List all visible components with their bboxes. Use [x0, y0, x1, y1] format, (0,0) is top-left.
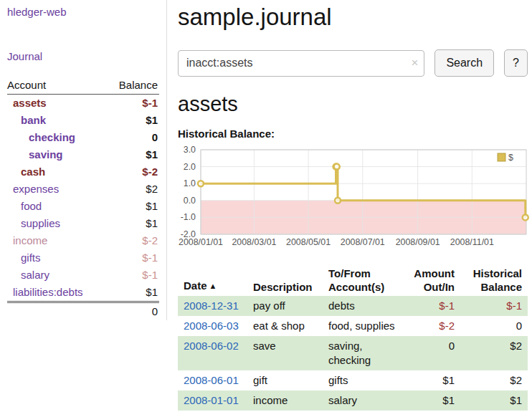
- transaction-date-link[interactable]: 2008-06-01: [184, 374, 239, 386]
- sidebar-account-link[interactable]: saving: [29, 148, 63, 160]
- register-header-row: Date▲DescriptionTo/From Account(s)Amount…: [178, 264, 528, 296]
- account-row: liabilities:debts$1: [7, 284, 159, 302]
- historical-balance-chart: 3.02.01.00.0-1.0-2.02008/01/012008/03/01…: [178, 145, 528, 251]
- sidebar: hledger-web Journal Account Balance asse…: [0, 0, 167, 320]
- register-body: 2008-12-31pay offdebts$-1$-12008-06-03ea…: [178, 296, 528, 411]
- account-row: bank$1: [7, 112, 159, 129]
- transaction-date-link[interactable]: 2008-01-01: [184, 394, 239, 406]
- transaction-balance: $-1: [460, 296, 528, 316]
- transaction-date-link[interactable]: 2008-12-31: [184, 299, 239, 312]
- account-balance: $-2: [106, 163, 159, 181]
- transaction-amount: 0: [407, 336, 460, 370]
- transaction-date-link[interactable]: 2008-06-03: [184, 320, 239, 332]
- data-point-marker: [335, 198, 341, 203]
- register-column-header[interactable]: Date▲: [178, 264, 247, 296]
- account-row: saving$1: [7, 146, 159, 163]
- transaction-balance: $2: [460, 336, 528, 370]
- account-row: checking0: [7, 129, 159, 146]
- x-tick-label: 2008/03/01: [232, 237, 276, 247]
- transaction-description: gift: [247, 370, 323, 390]
- account-row: assets$-1: [7, 95, 159, 112]
- data-point-marker: [334, 164, 340, 170]
- clear-search-icon[interactable]: ×: [411, 56, 418, 70]
- sidebar-account-link[interactable]: assets: [13, 97, 47, 109]
- transaction-balance: $1: [460, 390, 528, 411]
- account-row: income$-2: [7, 232, 159, 249]
- y-tick-label: 1.0: [184, 178, 196, 188]
- transaction-description: eat & shop: [247, 316, 323, 336]
- account-row: gifts$-1: [7, 249, 159, 267]
- sidebar-item-journal[interactable]: Journal: [7, 50, 159, 62]
- transaction-row: 2008-12-31pay offdebts$-1$-1: [178, 296, 528, 316]
- app-title-link[interactable]: hledger-web: [7, 6, 159, 18]
- sidebar-account-link[interactable]: salary: [21, 269, 49, 281]
- accounts-header-balance: Balance: [106, 77, 159, 95]
- account-balance: $-1: [106, 95, 159, 112]
- total-balance: 0: [106, 302, 159, 321]
- sidebar-account-link[interactable]: food: [21, 200, 42, 212]
- account-balance: $-1: [106, 267, 159, 284]
- accounts-body: assets$-1bank$1checking0saving$1cash$-2e…: [7, 95, 159, 302]
- sidebar-account-link[interactable]: income: [13, 234, 47, 246]
- sidebar-account-link[interactable]: checking: [29, 131, 75, 143]
- account-row: food$1: [7, 198, 159, 215]
- account-balance: $1: [106, 146, 159, 163]
- y-tick-label: 2.0: [184, 162, 196, 172]
- register-column-header: Description: [247, 264, 323, 296]
- account-balance: $1: [106, 284, 159, 302]
- register-column-header: To/From Account(s): [323, 264, 407, 296]
- sidebar-account-link[interactable]: liabilities:debts: [13, 286, 83, 298]
- transaction-amount: $-1: [407, 296, 460, 316]
- sidebar-account-link[interactable]: cash: [21, 166, 45, 178]
- transaction-accounts: gifts: [323, 370, 407, 390]
- transaction-amount: $1: [407, 390, 460, 411]
- transaction-amount: $1: [407, 370, 460, 390]
- transaction-accounts: saving, checking: [323, 336, 407, 370]
- search-input[interactable]: [178, 50, 424, 77]
- transaction-accounts: salary: [323, 390, 407, 411]
- transaction-accounts: debts: [323, 296, 407, 316]
- sidebar-account-link[interactable]: expenses: [13, 183, 59, 195]
- main-content: sample.journal × Search ? assets Histori…: [167, 0, 532, 411]
- accounts-header-account: Account: [7, 77, 106, 95]
- app-window: hledger-web Journal Account Balance asse…: [0, 0, 532, 411]
- sort-ascending-icon[interactable]: ▲: [209, 282, 217, 290]
- sidebar-account-link[interactable]: bank: [21, 114, 46, 126]
- chart-title: Historical Balance:: [178, 128, 528, 140]
- transaction-accounts: food, supplies: [323, 316, 407, 336]
- account-row: cash$-2: [7, 163, 159, 181]
- account-row: expenses$2: [7, 181, 159, 198]
- x-tick-label: 2008/05/01: [286, 237, 331, 247]
- search-bar: × Search ?: [178, 49, 528, 77]
- help-button[interactable]: ?: [504, 49, 528, 77]
- legend-label: $: [508, 153, 513, 163]
- transaction-balance: $2: [460, 370, 528, 390]
- x-tick-label: 2008/01/01: [179, 237, 223, 247]
- transaction-row: 2008-06-03eat & shopfood, supplies$-20: [178, 316, 528, 336]
- transaction-row: 2008-01-01incomesalary$1$1: [178, 390, 528, 411]
- data-point-marker: [523, 214, 528, 220]
- transaction-balance: 0: [460, 316, 528, 336]
- account-row: salary$-1: [7, 267, 159, 284]
- account-heading: assets: [178, 92, 528, 116]
- transaction-description: income: [247, 390, 323, 411]
- transaction-date-link[interactable]: 2008-06-02: [184, 340, 239, 352]
- x-tick-label: 2008/09/01: [396, 237, 440, 247]
- y-tick-label: 0.0: [184, 196, 196, 206]
- transaction-description: pay off: [247, 296, 323, 316]
- account-balance: $-2: [106, 232, 159, 249]
- account-row: supplies$1: [7, 215, 159, 232]
- register-column-header: Historical Balance: [460, 264, 528, 296]
- transaction-row: 2008-06-01giftgifts$1$2: [178, 370, 528, 390]
- search-button[interactable]: Search: [434, 49, 494, 77]
- sidebar-account-link[interactable]: gifts: [21, 251, 41, 264]
- sidebar-account-link[interactable]: supplies: [21, 217, 60, 229]
- register-table: Date▲DescriptionTo/From Account(s)Amount…: [178, 264, 528, 411]
- x-tick-label: 2008/07/01: [341, 237, 385, 247]
- x-tick-label: 2008/11/01: [450, 237, 494, 247]
- register-column-header: Amount Out/In: [407, 264, 460, 296]
- account-balance: $1: [106, 198, 159, 215]
- accounts-total-row: 0: [7, 302, 159, 321]
- search-field-wrap: ×: [178, 50, 424, 77]
- y-tick-label: -1.0: [181, 212, 196, 222]
